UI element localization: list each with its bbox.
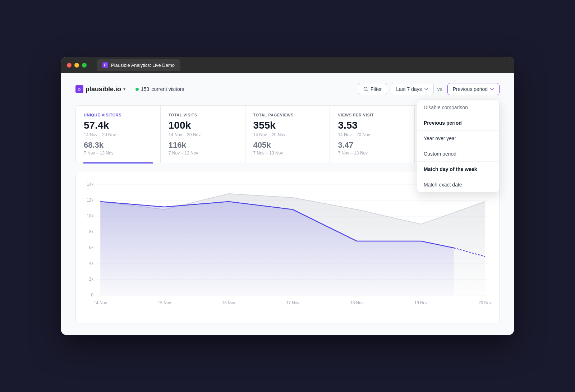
dropdown-item-custom[interactable]: Custom period xyxy=(417,146,499,162)
metric-value: 100k xyxy=(169,120,237,131)
dropdown-item-match-exact[interactable]: Match exact date xyxy=(417,177,499,192)
svg-text:2k: 2k xyxy=(89,277,93,281)
brand-name[interactable]: plausible.io xyxy=(86,86,121,93)
mac-window: P Plausible Analytics: Live Demo p plaus… xyxy=(61,57,514,335)
svg-text:20 Nov: 20 Nov xyxy=(478,300,492,305)
filter-button[interactable]: Filter xyxy=(358,83,387,95)
chevron-down-icon xyxy=(424,87,428,91)
metric-label: VIEWS PER VISIT xyxy=(338,113,406,117)
live-indicator-icon xyxy=(135,88,139,91)
svg-text:8k: 8k xyxy=(89,229,93,234)
metric-label[interactable]: UNIQUE VISITORS xyxy=(84,113,152,117)
vs-label: vs. xyxy=(437,86,444,92)
compare-label: Previous period xyxy=(453,86,488,92)
metric-label: TOTAL PAGEVIEWS xyxy=(253,113,322,117)
svg-text:14 Nov: 14 Nov xyxy=(94,300,107,305)
dropdown-item-previous[interactable]: Previous period xyxy=(417,115,499,131)
svg-text:12k: 12k xyxy=(87,198,93,202)
chart-svg: 14k 12k 10k 8k 6k 4k 2k 0 xyxy=(83,179,492,316)
metric-card-views-per-visit[interactable]: VIEWS PER VISIT 3.53 14 Nov – 20 Nov 3.4… xyxy=(330,106,415,163)
titlebar: P Plausible Analytics: Live Demo xyxy=(61,57,514,73)
metric-compare-value: 68.3k xyxy=(84,141,152,149)
maximize-button[interactable] xyxy=(82,63,87,68)
metric-card-total-pageviews[interactable]: TOTAL PAGEVIEWS 355k 14 Nov – 20 Nov 405… xyxy=(245,106,330,163)
dropdown-item-yoy[interactable]: Year over year xyxy=(417,131,499,146)
metric-card-unique-visitors[interactable]: UNIQUE VISITORS 57.4k 14 Nov – 20 Nov 68… xyxy=(76,106,161,163)
metric-card-total-visits[interactable]: TOTAL VISITS 100k 14 Nov – 20 Nov 116k 7… xyxy=(161,106,245,163)
metric-compare-value: 116k xyxy=(169,141,237,149)
metric-compare-date: 7 Nov – 13 Nov xyxy=(253,151,322,156)
metric-date: 14 Nov – 20 Nov xyxy=(253,132,322,137)
visitors-badge: 153 current visitors xyxy=(135,86,184,92)
topbar-left: p plausible.io ▾ 153 current visitors xyxy=(75,85,184,93)
brand: p plausible.io ▾ xyxy=(75,85,125,93)
compare-button[interactable]: Previous period xyxy=(447,83,500,95)
topbar-right: Filter Last 7 days vs. Previous period xyxy=(358,83,500,95)
metric-compare-value: 405k xyxy=(253,141,322,149)
brand-logo-icon: p xyxy=(75,85,83,93)
chevron-down-icon xyxy=(490,87,494,91)
metric-date: 14 Nov – 20 Nov xyxy=(169,132,237,137)
svg-text:10k: 10k xyxy=(87,213,93,218)
filter-label: Filter xyxy=(371,86,382,92)
metric-compare-date: 7 Nov – 13 Nov xyxy=(338,151,406,156)
svg-text:16 Nov: 16 Nov xyxy=(222,300,235,305)
metric-value: 57.4k xyxy=(84,120,152,131)
svg-line-1 xyxy=(367,90,368,92)
tab-title: Plausible Analytics: Live Demo xyxy=(111,63,175,68)
metric-date: 14 Nov – 20 Nov xyxy=(338,132,406,137)
chart-area: 14k 12k 10k 8k 6k 4k 2k 0 xyxy=(75,172,500,323)
date-range-button[interactable]: Last 7 days xyxy=(391,83,434,95)
svg-text:4k: 4k xyxy=(89,261,93,266)
svg-text:6k: 6k xyxy=(89,245,93,250)
dropdown-item-disable[interactable]: Disable comparison xyxy=(417,100,499,115)
minimize-button[interactable] xyxy=(74,63,79,68)
content-area: p plausible.io ▾ 153 current visitors Fi xyxy=(61,73,514,335)
svg-text:14k: 14k xyxy=(87,182,93,186)
metric-value: 3.53 xyxy=(338,120,406,131)
visitor-label: current visitors xyxy=(151,86,184,92)
search-icon xyxy=(363,87,368,92)
visitor-count[interactable]: 153 xyxy=(141,86,149,92)
comparison-dropdown: Disable comparison Previous period Year … xyxy=(417,100,500,193)
close-button[interactable] xyxy=(67,63,72,68)
svg-text:19 Nov: 19 Nov xyxy=(414,300,428,305)
svg-text:17 Nov: 17 Nov xyxy=(286,300,299,305)
metric-compare-date: 7 Nov – 13 Nov xyxy=(169,151,237,156)
browser-tab[interactable]: P Plausible Analytics: Live Demo xyxy=(97,59,180,71)
svg-text:0: 0 xyxy=(91,292,94,297)
dropdown-item-match-day[interactable]: Match day of the week xyxy=(417,162,499,177)
metric-label: TOTAL VISITS xyxy=(169,113,237,117)
tab-favicon: P xyxy=(102,62,108,68)
topbar: p plausible.io ▾ 153 current visitors Fi xyxy=(75,83,500,95)
metric-compare-date: 7 Nov – 13 Nov xyxy=(84,151,152,156)
svg-text:15 Nov: 15 Nov xyxy=(158,300,171,305)
svg-text:18 Nov: 18 Nov xyxy=(350,300,364,305)
metric-compare-value: 3.47 xyxy=(338,141,406,149)
metric-date: 14 Nov – 20 Nov xyxy=(84,132,152,137)
date-range-label: Last 7 days xyxy=(396,86,422,92)
metric-value: 355k xyxy=(253,120,322,131)
brand-chevron-icon[interactable]: ▾ xyxy=(123,87,125,92)
